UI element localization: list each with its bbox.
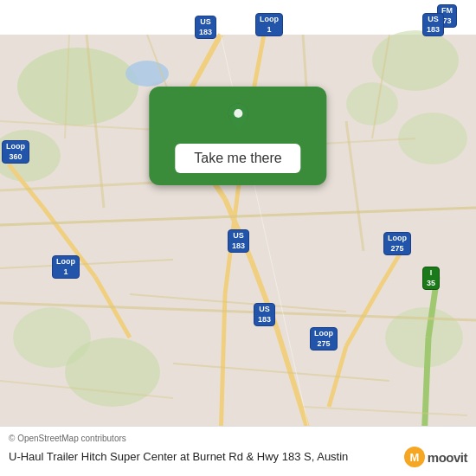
road-badge-loop275-right: Loop275: [383, 232, 411, 255]
location-pin-icon: [222, 102, 254, 133]
moovit-icon-symbol: M: [409, 451, 419, 464]
moovit-icon: M: [404, 447, 425, 467]
road-badge-loop360: Loop360: [2, 140, 29, 164]
copyright-text: © OpenStreetMap contributors: [9, 434, 467, 443]
info-bar: © OpenStreetMap contributors U-Haul Trai…: [0, 426, 476, 476]
road-badge-loop1-top: Loop1: [255, 13, 283, 36]
road-badge-us183-top: US183: [195, 16, 216, 39]
road-badge-us183-mid: US183: [228, 229, 249, 253]
road-badge-us183-right: US183: [422, 13, 444, 36]
road-badge-loop275-btm: Loop275: [310, 327, 338, 351]
svg-point-4: [346, 82, 398, 125]
road-badge-us183-btm: US183: [254, 303, 275, 326]
moovit-name: moovit: [428, 450, 467, 465]
take-me-there-overlay: Take me there: [149, 87, 326, 185]
road-badge-i35: I35: [422, 267, 440, 290]
location-text: U-Haul Trailer Hitch Super Center at Bur…: [9, 449, 396, 465]
svg-point-7: [13, 307, 91, 368]
svg-point-1: [17, 48, 138, 125]
moovit-logo: M moovit: [404, 447, 467, 467]
svg-point-45: [234, 109, 242, 118]
green-card: Take me there: [149, 87, 326, 185]
map-container: US183 Loop1 FM73 US183 Loop360 US183 Loo…: [0, 0, 476, 476]
take-me-there-button[interactable]: Take me there: [175, 144, 300, 173]
road-badge-loop1-mid: Loop1: [52, 255, 80, 279]
